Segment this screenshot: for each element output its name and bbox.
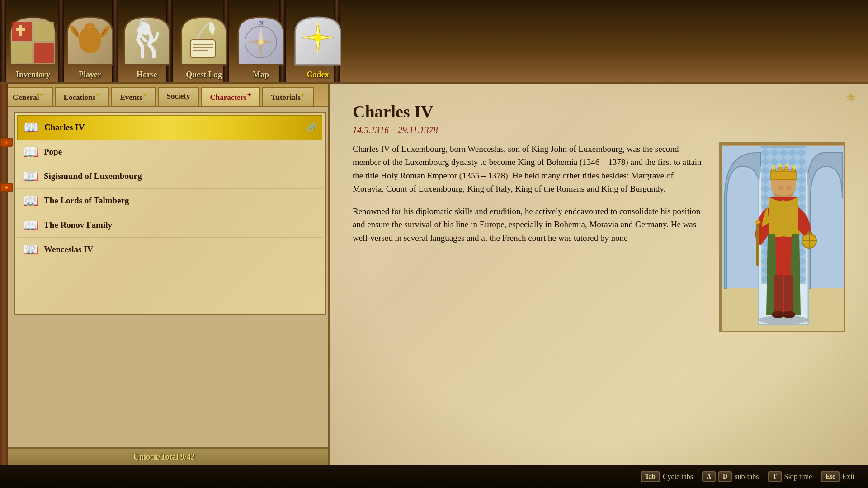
svg-point-47 bbox=[778, 186, 784, 190]
shortcut-exit: Esc Exit bbox=[821, 471, 854, 482]
nav-label-inventory: Inventory bbox=[16, 70, 50, 80]
svg-rect-54 bbox=[756, 221, 759, 266]
detail-dates: 14.5.1316 – 29.11.1378 bbox=[353, 125, 845, 136]
key-tab: Tab bbox=[641, 471, 660, 482]
svg-rect-11 bbox=[190, 40, 215, 58]
svg-point-45 bbox=[785, 164, 789, 167]
svg-rect-57 bbox=[784, 275, 793, 315]
nav-label-horse: Horse bbox=[137, 70, 157, 80]
svg-rect-56 bbox=[774, 275, 783, 315]
nav-label-questlog: Quest Log bbox=[186, 70, 222, 80]
character-portrait bbox=[719, 142, 845, 332]
subtab-general[interactable]: General✦ bbox=[4, 87, 53, 106]
nav-tab-map[interactable]: N Map bbox=[236, 15, 286, 80]
shield-questlog bbox=[179, 15, 229, 69]
detail-content-area: Charles IV of Luxembourg, born Wenceslas… bbox=[353, 142, 845, 332]
shortcut-skip-time-label: Skip time bbox=[784, 473, 812, 481]
item-name-pope: Pope bbox=[44, 147, 62, 157]
detail-paragraph-2: Renowned for his diplomatic skills and e… bbox=[353, 205, 705, 244]
shield-player bbox=[65, 15, 115, 69]
shield-horse bbox=[122, 15, 172, 69]
item-name-sigismund: Sigismund of Luxembourg bbox=[44, 171, 142, 181]
nav-tab-player[interactable]: Player bbox=[65, 15, 115, 80]
nav-label-codex: Codex bbox=[307, 70, 329, 80]
book-binding: + + bbox=[0, 84, 8, 465]
pillar-decoration bbox=[0, 0, 6, 82]
list-item[interactable]: 📖 Charles IV 🔗 bbox=[17, 115, 322, 140]
subtab-characters[interactable]: Characters✦ bbox=[201, 87, 260, 106]
svg-point-44 bbox=[778, 164, 782, 167]
subtab-events-star: ✦ bbox=[142, 92, 147, 98]
subtab-locations[interactable]: Locations✦ bbox=[55, 87, 109, 106]
item-book-icon: 📖 bbox=[23, 169, 38, 184]
shield-inventory bbox=[8, 15, 58, 69]
keyboard-shortcut-bar: Tab Cycle tabs A D sub-tabs T Skip time … bbox=[0, 465, 868, 488]
nav-label-map: Map bbox=[253, 70, 269, 80]
item-book-icon: 📖 bbox=[23, 242, 38, 257]
portrait-figure bbox=[720, 144, 844, 331]
shield-map: N bbox=[236, 15, 286, 69]
nav-tab-codex[interactable]: Codex bbox=[293, 15, 343, 80]
item-lock-charles4: 🔗 bbox=[307, 122, 316, 132]
svg-rect-7 bbox=[16, 28, 25, 31]
item-name-ronov: The Ronov Family bbox=[44, 220, 112, 230]
item-book-icon: 📖 bbox=[23, 120, 39, 135]
pillar-decoration bbox=[58, 0, 64, 82]
subtab-society[interactable]: Society bbox=[158, 87, 199, 106]
item-name-talmberg: The Lords of Talmberg bbox=[44, 196, 129, 206]
subtab-general-label: General bbox=[13, 93, 39, 102]
key-a: A bbox=[702, 471, 716, 482]
list-item[interactable]: 📖 Wenceslas IV bbox=[17, 238, 322, 262]
item-book-icon: 📖 bbox=[23, 145, 38, 160]
subtab-general-star: ✦ bbox=[39, 92, 44, 98]
top-navigation: Inventory bbox=[0, 0, 868, 84]
nav-tab-questlog[interactable]: Quest Log bbox=[179, 15, 229, 80]
binding-clasp-1: + bbox=[0, 138, 13, 147]
shortcut-skip-time: T Skip time bbox=[768, 471, 812, 482]
list-item[interactable]: 📖 The Lords of Talmberg bbox=[17, 189, 322, 213]
detail-title: Charles IV bbox=[353, 102, 845, 122]
subtab-society-label: Society bbox=[167, 92, 190, 100]
subtab-characters-star: ✦ bbox=[247, 92, 251, 98]
key-t: T bbox=[768, 471, 782, 482]
nav-tab-inventory[interactable]: Inventory bbox=[8, 15, 58, 80]
subtab-characters-label: Characters bbox=[210, 93, 246, 102]
right-panel-detail: ⚜ Charles IV 14.5.1316 – 29.11.1378 Char… bbox=[330, 84, 868, 465]
list-item[interactable]: 📖 The Ronov Family bbox=[17, 213, 322, 238]
svg-point-43 bbox=[772, 165, 775, 169]
svg-point-60 bbox=[759, 315, 808, 324]
subtab-tutorials-star: ✦ bbox=[301, 92, 305, 98]
list-status-bar: Unlock/Total 9/42 bbox=[0, 447, 328, 465]
subtab-events[interactable]: Events✦ bbox=[111, 87, 156, 106]
detail-text: Charles IV of Luxembourg, born Wenceslas… bbox=[353, 142, 705, 332]
svg-rect-4 bbox=[12, 43, 32, 63]
item-name-charles4: Charles IV bbox=[44, 122, 85, 132]
detail-paragraph-1: Charles IV of Luxembourg, born Wenceslas… bbox=[353, 142, 705, 196]
svg-rect-2 bbox=[12, 22, 32, 41]
subtab-tutorials-label: Tutorials bbox=[271, 93, 301, 102]
list-status-text: Unlock/Total 9/42 bbox=[133, 452, 195, 461]
subtab-tutorials[interactable]: Tutorials✦ bbox=[262, 87, 315, 106]
subtab-locations-star: ✦ bbox=[95, 92, 100, 98]
shortcut-subtabs: A D sub-tabs bbox=[702, 471, 759, 482]
svg-point-20 bbox=[258, 39, 264, 45]
svg-point-46 bbox=[792, 165, 796, 169]
shortcut-exit-label: Exit bbox=[842, 473, 854, 481]
left-panel: + + General✦ Locations✦ Events✦ Society … bbox=[0, 84, 330, 465]
nav-tab-horse[interactable]: Horse bbox=[122, 15, 172, 80]
shortcut-cycle-tabs: Tab Cycle tabs bbox=[641, 471, 693, 482]
subtab-events-label: Events bbox=[120, 93, 142, 102]
nav-label-player: Player bbox=[79, 70, 101, 80]
portrait-svg bbox=[720, 144, 845, 332]
svg-rect-38 bbox=[771, 172, 796, 180]
list-item[interactable]: 📖 Sigismund of Luxembourg bbox=[17, 164, 322, 189]
svg-rect-53 bbox=[807, 232, 812, 234]
svg-rect-5 bbox=[34, 43, 54, 63]
list-item[interactable]: 📖 Pope bbox=[17, 140, 322, 164]
shortcut-cycle-tabs-label: Cycle tabs bbox=[663, 473, 693, 481]
svg-point-24 bbox=[314, 34, 321, 41]
key-d: D bbox=[718, 471, 732, 482]
svg-text:N: N bbox=[259, 20, 264, 26]
subtab-locations-label: Locations bbox=[64, 93, 96, 102]
main-content: + + General✦ Locations✦ Events✦ Society … bbox=[0, 84, 868, 465]
